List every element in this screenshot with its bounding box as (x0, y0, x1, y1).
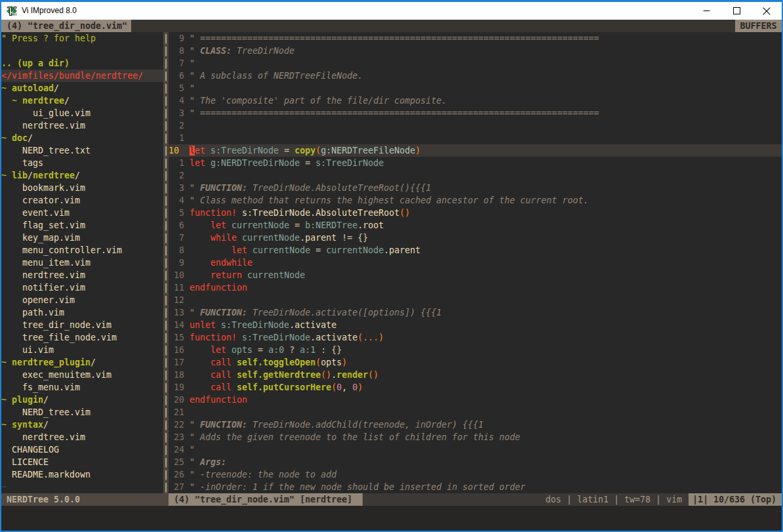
code-line[interactable]: 12 (169, 294, 782, 306)
code-line[interactable]: 14unlet s:TreeDirNode.activate (169, 319, 782, 331)
code-text: " ======================================… (190, 107, 782, 119)
tree-item-dir-doc[interactable]: ~ doc/ (1, 132, 163, 144)
code-line[interactable]: 24" (169, 443, 782, 456)
code-line[interactable]: 18 call self.getNerdtree().render() (169, 369, 782, 381)
code-line[interactable]: 9" =====================================… (169, 32, 782, 45)
tree-item-file-readme[interactable]: README.markdown (1, 468, 163, 481)
code-line[interactable]: 1let g:NERDTreeDirNode = s:TreeDirNode (169, 157, 782, 169)
tree-item-file-changelog[interactable]: CHANGELOG (1, 443, 163, 456)
code-line[interactable]: 17 call self.toggleOpen(opts) (169, 356, 782, 369)
code-line[interactable]: 25" Args: (169, 456, 782, 468)
code-line[interactable]: 13" FUNCTION: TreeDirNode.activate([opti… (169, 306, 782, 319)
tree-item-file-bookmark[interactable]: bookmark.vim (1, 182, 163, 194)
tree-item-file-tree-file-node[interactable]: tree_file_node.vim (1, 331, 163, 344)
code-token-c: TreeDirNode.addChild(treenode, inOrder) … (247, 420, 483, 430)
tree-item-file-path[interactable]: path.vim (1, 306, 163, 319)
tree-item-file-menu-controller[interactable]: menu_controller.vim (1, 244, 163, 256)
separator-bar: | (163, 431, 169, 443)
tab-label: (4) "tree_dir_node.vim" (7, 21, 127, 31)
code-token-c: TreeDirNode.AbsoluteTreeRoot(){{{1 (247, 183, 431, 193)
code-line[interactable]: 6" A subclass of NERDTreeFileNode. (169, 70, 782, 82)
tree-item-file-flag-set[interactable]: flag_set.vim (1, 219, 163, 232)
code-line[interactable]: 27" -inOrder: 1 if the new node should b… (169, 481, 782, 493)
code-line[interactable]: 15function! s:TreeDirNode.activate(...) (169, 331, 782, 344)
tree-item-file-creator[interactable]: creator.vim (1, 194, 163, 207)
tree-item-dir-lib-nerdtree[interactable]: ~ lib/nerdtree/ (1, 169, 163, 182)
tree-item-file-menu-item[interactable]: menu_item.vim (1, 256, 163, 269)
tree-item-file-nerdtree-vim-2[interactable]: nerdtree.vim (1, 269, 163, 281)
close-button[interactable] (752, 2, 782, 20)
code-token-p (231, 358, 237, 367)
tree-item-dir-syntax[interactable]: ~ syntax/ (1, 419, 163, 431)
titlebar[interactable]: im Vi IMproved 8.0 (1, 2, 782, 20)
code-line[interactable]: 6 let currentNode = b:NERDTree.root (169, 219, 782, 232)
code-line[interactable]: 20endfunction (169, 394, 782, 406)
code-line[interactable]: 3" =====================================… (169, 107, 782, 119)
tree-item-file-notifier[interactable]: notifier.vim (1, 281, 163, 294)
tree-item-file-fs-menu[interactable]: fs_menu.vim (1, 381, 163, 394)
code-line[interactable]: 9 endwhile (169, 256, 782, 269)
separator-bar: | (163, 306, 169, 319)
tree-item-file-tags[interactable]: tags (1, 157, 163, 169)
tree-item-dir-autoload-nerdtree[interactable]: ~ nerdtree/ (1, 94, 163, 107)
code-token-p (242, 270, 247, 280)
code-line[interactable]: 7 while currentNode.parent != {} (169, 232, 782, 244)
tree-nontext-tilde[interactable]: ~ (1, 481, 163, 493)
tree-item-file-exec-menuitem[interactable]: exec_menuitem.vim (1, 369, 163, 381)
tab-active-buffer[interactable]: (4) "tree_dir_node.vim" (1, 20, 131, 32)
tree-item-file-nerdtree-vim-3[interactable]: nerdtree.vim (1, 431, 163, 443)
code-line[interactable]: 4" The 'composite' part of the file/dir … (169, 94, 782, 107)
code-line[interactable]: 21 (169, 406, 782, 419)
maximize-button[interactable] (721, 2, 752, 20)
separator-bar: | (163, 94, 169, 107)
code-line[interactable]: 26" -treenode: the node to add (169, 468, 782, 481)
tree-item-file-opener[interactable]: opener.vim (1, 294, 163, 306)
code-line[interactable]: 8 let currentNode = currentNode.parent (169, 244, 782, 256)
code-line[interactable]: 8" CLASS: TreeDirNode (169, 45, 782, 57)
tree-item-up-dir[interactable]: .. (up a dir) (1, 57, 163, 70)
minimize-button[interactable] (691, 2, 721, 20)
close-icon (763, 7, 771, 15)
code-token-p: .activate (289, 320, 336, 330)
code-text: return currentNode (190, 269, 782, 281)
line-number-relative: 6 (169, 70, 190, 82)
code-token-d: ( (315, 358, 321, 367)
code-line[interactable]: 1 (169, 132, 782, 144)
code-token-p: ui_glue.vim (1, 108, 90, 118)
code-line[interactable]: 10 return currentNode (169, 269, 782, 281)
tree-root-path[interactable]: </vimfiles/bundle/nerdtree/ (1, 70, 163, 82)
code-line[interactable]: 16 let opts = a:0 ? a:1 : {} (169, 344, 782, 356)
command-line[interactable] (1, 506, 782, 531)
window-vertical-separator[interactable]: ||||||||||||||||||||||||||||||||||||| (163, 32, 169, 493)
code-line[interactable]: 4" Class method that returns the highest… (169, 194, 782, 207)
tree-item-file-nerd-tree-vim[interactable]: NERD_tree.vim (1, 406, 163, 419)
tree-item-file-nerd-tree-txt[interactable]: NERD_tree.txt (1, 144, 163, 157)
tree-item-file-event[interactable]: event.vim (1, 207, 163, 219)
code-line[interactable]: 19 call self.putCursorHere(0, 0) (169, 381, 782, 394)
code-line[interactable]: 23" Adds the given treenode to the list … (169, 431, 782, 443)
tree-item-file-licence[interactable]: LICENCE (1, 456, 163, 468)
tree-item-dir-plugin[interactable]: ~ plugin/ (1, 394, 163, 406)
separator-bar: | (163, 194, 169, 207)
tree-item-file-nerdtree-vim[interactable]: nerdtree.vim (1, 119, 163, 132)
buffers-menu-label[interactable]: BUFFERS (735, 20, 782, 32)
tree-item-dir-autoload[interactable]: ~ autoload/ (1, 82, 163, 94)
tree-item-file-tree-dir-node[interactable]: tree_dir_node.vim (1, 319, 163, 331)
code-line[interactable]: 11endfunction (169, 281, 782, 294)
tree-item-file-key-map[interactable]: key_map.vim (1, 232, 163, 244)
code-line[interactable]: 2 (169, 119, 782, 132)
tree-item-file-ui-glue[interactable]: ui_glue.vim (1, 107, 163, 119)
tree-help-line[interactable]: " Press ? for help (1, 32, 163, 45)
code-line[interactable]: 5function! s:TreeDirNode.AbsoluteTreeRoo… (169, 207, 782, 219)
code-line-current[interactable]: 10let s:TreeDirNode = copy(g:NERDTreeFil… (169, 144, 782, 157)
code-line[interactable]: 2 (169, 169, 782, 182)
gvim-window: { "window":{"title":"Vi IMproved 8.0","c… (0, 0, 783, 532)
code-token-p: / (64, 96, 70, 106)
code-line[interactable]: 7" (169, 57, 782, 70)
tree-item-dir-nerdtree-plugin[interactable]: ~ nerdtree_plugin/ (1, 356, 163, 369)
tree-item-file-ui[interactable]: ui.vim (1, 344, 163, 356)
code-line[interactable]: 22" FUNCTION: TreeDirNode.addChild(treen… (169, 419, 782, 431)
code-line[interactable]: 3" FUNCTION: TreeDirNode.AbsoluteTreeRoo… (169, 182, 782, 194)
code-line[interactable]: 5" (169, 82, 782, 94)
separator-bar: | (163, 132, 169, 144)
